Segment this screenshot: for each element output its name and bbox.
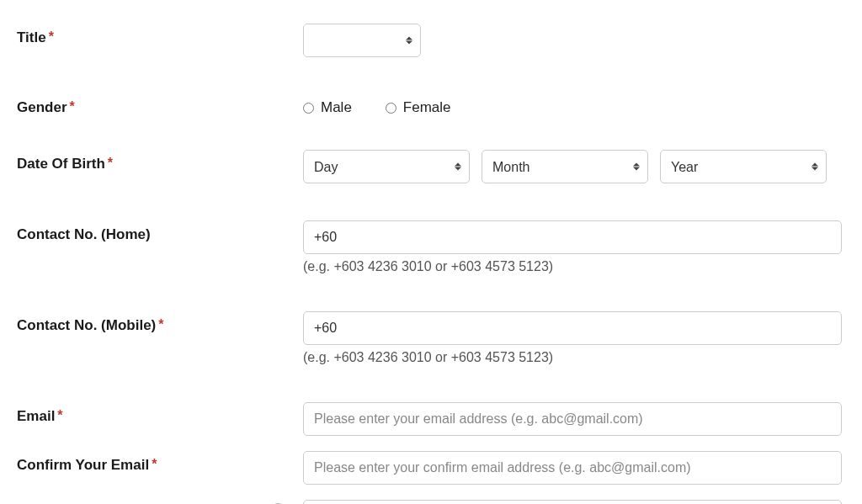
- title-label: Title: [17, 29, 46, 46]
- input-col: [303, 402, 842, 436]
- radio-male-label[interactable]: Male: [321, 99, 352, 116]
- dob-year-select[interactable]: Year: [660, 150, 827, 183]
- radio-female-label[interactable]: Female: [403, 99, 451, 116]
- contact-mobile-helper: (e.g. +603 4236 3010 or +603 4573 5123): [303, 350, 842, 365]
- row-confirm-email: Confirm Your Email *: [17, 451, 842, 485]
- input-col: [303, 451, 842, 485]
- contact-mobile-label: Contact No. (Mobile): [17, 317, 156, 334]
- row-dob: Date Of Birth * Day Month: [17, 150, 842, 183]
- contact-mobile-input[interactable]: [303, 311, 842, 345]
- input-col: Male Female: [303, 99, 842, 116]
- row-title: Title *: [17, 24, 842, 57]
- email-input[interactable]: [303, 402, 842, 436]
- gender-radio-group: Male Female: [303, 99, 842, 116]
- registration-form: Title * Gender * Male: [17, 24, 842, 504]
- input-col: (e.g. +603 4236 3010 or +603 4573 5123): [303, 311, 842, 365]
- confirm-email-label: Confirm Your Email: [17, 457, 149, 474]
- label-col: Set Username * (Lowercase only and 6-12 …: [17, 500, 303, 504]
- label-col: Contact No. (Mobile) *: [17, 311, 303, 334]
- label-col: Contact No. (Home): [17, 220, 303, 243]
- username-input[interactable]: [303, 500, 842, 504]
- radio-female-item: Female: [386, 99, 451, 116]
- row-contact-home: Contact No. (Home) (e.g. +603 4236 3010 …: [17, 220, 842, 274]
- label-col: Email *: [17, 402, 303, 425]
- contact-home-input[interactable]: [303, 220, 842, 254]
- radio-female[interactable]: [386, 103, 396, 114]
- input-col: [303, 500, 842, 504]
- required-mark: *: [152, 457, 157, 472]
- radio-male[interactable]: [303, 103, 314, 114]
- required-mark: *: [70, 99, 75, 114]
- email-label: Email: [17, 408, 55, 425]
- radio-male-item: Male: [303, 99, 352, 116]
- contact-home-label: Contact No. (Home): [17, 226, 151, 243]
- dob-label: Date Of Birth: [17, 156, 105, 172]
- gender-label: Gender: [17, 99, 67, 116]
- required-mark: *: [158, 317, 163, 332]
- label-col: Gender *: [17, 99, 303, 116]
- row-username: Set Username * (Lowercase only and 6-12 …: [17, 500, 842, 504]
- dob-group: Day Month Year: [303, 150, 842, 183]
- confirm-email-input[interactable]: [303, 451, 842, 485]
- row-email: Email *: [17, 402, 842, 436]
- row-gender: Gender * Male Female: [17, 99, 842, 116]
- dob-day-select[interactable]: Day: [303, 150, 470, 183]
- contact-home-helper: (e.g. +603 4236 3010 or +603 4573 5123): [303, 259, 842, 274]
- title-select[interactable]: [303, 24, 421, 57]
- input-col: (e.g. +603 4236 3010 or +603 4573 5123): [303, 220, 842, 274]
- label-col: Title *: [17, 24, 303, 46]
- required-mark: *: [108, 156, 113, 171]
- required-mark: *: [49, 29, 54, 45]
- label-col: Confirm Your Email *: [17, 451, 303, 474]
- input-col: [303, 24, 842, 57]
- input-col: Day Month Year: [303, 150, 842, 183]
- required-mark: *: [57, 408, 62, 423]
- row-contact-mobile: Contact No. (Mobile) * (e.g. +603 4236 3…: [17, 311, 842, 365]
- label-col: Date Of Birth *: [17, 150, 303, 172]
- dob-month-select[interactable]: Month: [482, 150, 648, 183]
